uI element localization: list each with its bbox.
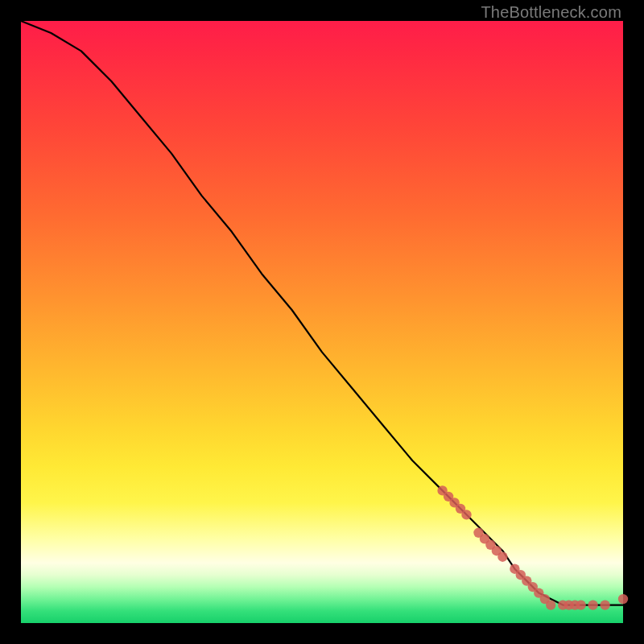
chart-frame: TheBottleneck.com	[0, 0, 644, 644]
data-marker	[497, 552, 507, 562]
data-marker	[600, 600, 609, 609]
plot-area	[21, 21, 623, 623]
data-marker	[461, 510, 471, 519]
main-curve	[21, 21, 623, 605]
data-marker	[618, 594, 628, 604]
data-marker	[588, 600, 597, 609]
data-markers	[437, 485, 628, 610]
data-marker	[546, 600, 555, 609]
chart-svg	[21, 21, 623, 623]
data-marker	[576, 600, 585, 609]
watermark-label: TheBottleneck.com	[481, 3, 621, 22]
